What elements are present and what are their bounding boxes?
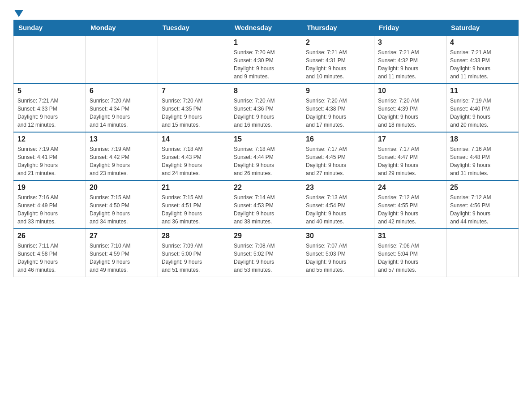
day-info: Sunrise: 7:08 AM Sunset: 5:02 PM Dayligh… bbox=[234, 242, 298, 274]
day-number: 2 bbox=[306, 39, 370, 47]
day-number: 14 bbox=[162, 135, 226, 143]
column-header-thursday: Thursday bbox=[302, 20, 374, 36]
calendar-cell bbox=[14, 35, 86, 84]
calendar-cell: 2Sunrise: 7:21 AM Sunset: 4:31 PM Daylig… bbox=[302, 35, 374, 84]
day-number: 5 bbox=[17, 87, 82, 95]
logo bbox=[13, 9, 23, 15]
day-number: 26 bbox=[17, 232, 82, 240]
day-number: 8 bbox=[234, 87, 298, 95]
calendar-cell: 28Sunrise: 7:09 AM Sunset: 5:00 PM Dayli… bbox=[158, 229, 230, 277]
day-info: Sunrise: 7:19 AM Sunset: 4:40 PM Dayligh… bbox=[450, 97, 515, 129]
day-number: 19 bbox=[17, 184, 82, 192]
day-number: 12 bbox=[17, 135, 82, 143]
calendar-cell bbox=[86, 35, 158, 84]
day-info: Sunrise: 7:17 AM Sunset: 4:47 PM Dayligh… bbox=[378, 145, 442, 177]
day-info: Sunrise: 7:16 AM Sunset: 4:48 PM Dayligh… bbox=[450, 145, 515, 177]
calendar-week-row: 26Sunrise: 7:11 AM Sunset: 4:58 PM Dayli… bbox=[14, 229, 519, 277]
day-info: Sunrise: 7:12 AM Sunset: 4:55 PM Dayligh… bbox=[378, 193, 442, 226]
column-header-friday: Friday bbox=[374, 20, 446, 36]
day-info: Sunrise: 7:14 AM Sunset: 4:53 PM Dayligh… bbox=[234, 193, 298, 226]
day-info: Sunrise: 7:11 AM Sunset: 4:58 PM Dayligh… bbox=[17, 242, 82, 274]
calendar-week-row: 5Sunrise: 7:21 AM Sunset: 4:33 PM Daylig… bbox=[14, 84, 519, 132]
column-header-monday: Monday bbox=[86, 20, 158, 36]
day-info: Sunrise: 7:06 AM Sunset: 5:04 PM Dayligh… bbox=[378, 242, 442, 274]
day-number: 21 bbox=[162, 184, 226, 192]
day-number: 20 bbox=[90, 184, 154, 192]
calendar-cell: 19Sunrise: 7:16 AM Sunset: 4:49 PM Dayli… bbox=[14, 180, 86, 229]
day-info: Sunrise: 7:15 AM Sunset: 4:50 PM Dayligh… bbox=[90, 193, 154, 226]
page-header bbox=[13, 9, 519, 15]
day-info: Sunrise: 7:21 AM Sunset: 4:31 PM Dayligh… bbox=[306, 48, 370, 81]
day-number: 25 bbox=[450, 184, 515, 192]
day-number: 7 bbox=[162, 87, 226, 95]
calendar-cell: 8Sunrise: 7:20 AM Sunset: 4:36 PM Daylig… bbox=[230, 84, 302, 132]
day-info: Sunrise: 7:21 AM Sunset: 4:32 PM Dayligh… bbox=[378, 48, 442, 81]
calendar-cell: 18Sunrise: 7:16 AM Sunset: 4:48 PM Dayli… bbox=[446, 132, 519, 180]
day-info: Sunrise: 7:07 AM Sunset: 5:03 PM Dayligh… bbox=[306, 242, 370, 274]
day-number: 22 bbox=[234, 184, 298, 192]
calendar-cell: 23Sunrise: 7:13 AM Sunset: 4:54 PM Dayli… bbox=[302, 180, 374, 229]
day-info: Sunrise: 7:20 AM Sunset: 4:36 PM Dayligh… bbox=[234, 97, 298, 129]
day-info: Sunrise: 7:13 AM Sunset: 4:54 PM Dayligh… bbox=[306, 193, 370, 226]
day-info: Sunrise: 7:20 AM Sunset: 4:39 PM Dayligh… bbox=[378, 97, 442, 129]
day-number: 4 bbox=[450, 39, 515, 47]
calendar-cell: 24Sunrise: 7:12 AM Sunset: 4:55 PM Dayli… bbox=[374, 180, 446, 229]
day-number: 3 bbox=[378, 39, 442, 47]
calendar-cell: 26Sunrise: 7:11 AM Sunset: 4:58 PM Dayli… bbox=[14, 229, 86, 277]
day-info: Sunrise: 7:20 AM Sunset: 4:38 PM Dayligh… bbox=[306, 97, 370, 129]
calendar-cell: 22Sunrise: 7:14 AM Sunset: 4:53 PM Dayli… bbox=[230, 180, 302, 229]
calendar-cell: 10Sunrise: 7:20 AM Sunset: 4:39 PM Dayli… bbox=[374, 84, 446, 132]
calendar-cell bbox=[446, 229, 519, 277]
day-number: 13 bbox=[90, 135, 154, 143]
column-header-wednesday: Wednesday bbox=[230, 20, 302, 36]
column-header-saturday: Saturday bbox=[446, 20, 519, 36]
calendar-cell: 11Sunrise: 7:19 AM Sunset: 4:40 PM Dayli… bbox=[446, 84, 519, 132]
day-number: 29 bbox=[234, 232, 298, 240]
day-info: Sunrise: 7:16 AM Sunset: 4:49 PM Dayligh… bbox=[17, 193, 82, 226]
calendar-week-row: 1Sunrise: 7:20 AM Sunset: 4:30 PM Daylig… bbox=[14, 35, 519, 84]
calendar-cell: 1Sunrise: 7:20 AM Sunset: 4:30 PM Daylig… bbox=[230, 35, 302, 84]
calendar-cell: 5Sunrise: 7:21 AM Sunset: 4:33 PM Daylig… bbox=[14, 84, 86, 132]
day-number: 18 bbox=[450, 135, 515, 143]
calendar-cell: 17Sunrise: 7:17 AM Sunset: 4:47 PM Dayli… bbox=[374, 132, 446, 180]
calendar-cell: 3Sunrise: 7:21 AM Sunset: 4:32 PM Daylig… bbox=[374, 35, 446, 84]
day-info: Sunrise: 7:20 AM Sunset: 4:34 PM Dayligh… bbox=[90, 97, 154, 129]
day-info: Sunrise: 7:09 AM Sunset: 5:00 PM Dayligh… bbox=[162, 242, 226, 274]
calendar-cell: 29Sunrise: 7:08 AM Sunset: 5:02 PM Dayli… bbox=[230, 229, 302, 277]
calendar-cell: 30Sunrise: 7:07 AM Sunset: 5:03 PM Dayli… bbox=[302, 229, 374, 277]
day-info: Sunrise: 7:12 AM Sunset: 4:56 PM Dayligh… bbox=[450, 193, 515, 226]
calendar-cell: 20Sunrise: 7:15 AM Sunset: 4:50 PM Dayli… bbox=[86, 180, 158, 229]
day-info: Sunrise: 7:20 AM Sunset: 4:30 PM Dayligh… bbox=[234, 48, 298, 81]
day-number: 9 bbox=[306, 87, 370, 95]
day-number: 16 bbox=[306, 135, 370, 143]
day-info: Sunrise: 7:19 AM Sunset: 4:41 PM Dayligh… bbox=[17, 145, 82, 177]
calendar-week-row: 12Sunrise: 7:19 AM Sunset: 4:41 PM Dayli… bbox=[14, 132, 519, 180]
logo-triangle-icon bbox=[14, 10, 23, 17]
day-number: 11 bbox=[450, 87, 515, 95]
day-info: Sunrise: 7:17 AM Sunset: 4:45 PM Dayligh… bbox=[306, 145, 370, 177]
calendar-cell: 9Sunrise: 7:20 AM Sunset: 4:38 PM Daylig… bbox=[302, 84, 374, 132]
day-info: Sunrise: 7:10 AM Sunset: 4:59 PM Dayligh… bbox=[90, 242, 154, 274]
calendar-header-row: SundayMondayTuesdayWednesdayThursdayFrid… bbox=[14, 20, 519, 36]
day-number: 30 bbox=[306, 232, 370, 240]
calendar-cell: 12Sunrise: 7:19 AM Sunset: 4:41 PM Dayli… bbox=[14, 132, 86, 180]
day-info: Sunrise: 7:15 AM Sunset: 4:51 PM Dayligh… bbox=[162, 193, 226, 226]
calendar-cell: 27Sunrise: 7:10 AM Sunset: 4:59 PM Dayli… bbox=[86, 229, 158, 277]
day-number: 15 bbox=[234, 135, 298, 143]
calendar-week-row: 19Sunrise: 7:16 AM Sunset: 4:49 PM Dayli… bbox=[14, 180, 519, 229]
day-number: 17 bbox=[378, 135, 442, 143]
day-info: Sunrise: 7:21 AM Sunset: 4:33 PM Dayligh… bbox=[450, 48, 515, 81]
day-info: Sunrise: 7:18 AM Sunset: 4:44 PM Dayligh… bbox=[234, 145, 298, 177]
calendar-cell: 16Sunrise: 7:17 AM Sunset: 4:45 PM Dayli… bbox=[302, 132, 374, 180]
calendar-cell: 15Sunrise: 7:18 AM Sunset: 4:44 PM Dayli… bbox=[230, 132, 302, 180]
column-header-sunday: Sunday bbox=[14, 20, 86, 36]
calendar-cell: 4Sunrise: 7:21 AM Sunset: 4:33 PM Daylig… bbox=[446, 35, 519, 84]
calendar-cell: 21Sunrise: 7:15 AM Sunset: 4:51 PM Dayli… bbox=[158, 180, 230, 229]
day-number: 31 bbox=[378, 232, 442, 240]
day-info: Sunrise: 7:20 AM Sunset: 4:35 PM Dayligh… bbox=[162, 97, 226, 129]
day-info: Sunrise: 7:18 AM Sunset: 4:43 PM Dayligh… bbox=[162, 145, 226, 177]
day-info: Sunrise: 7:19 AM Sunset: 4:42 PM Dayligh… bbox=[90, 145, 154, 177]
day-number: 27 bbox=[90, 232, 154, 240]
calendar-cell bbox=[158, 35, 230, 84]
day-number: 10 bbox=[378, 87, 442, 95]
